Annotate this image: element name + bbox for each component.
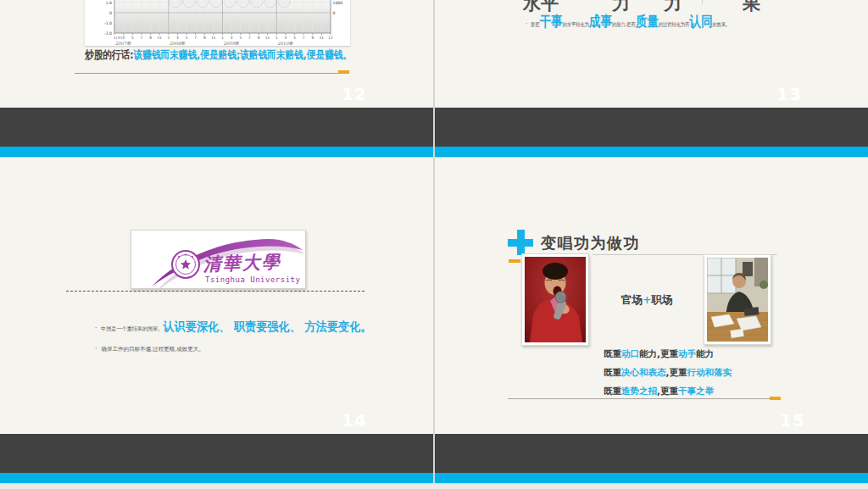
text-segment: 能力: [696, 348, 714, 358]
slide-page-13[interactable]: 水平力力果 ·要把干事的水平转化为成事的能力,把有质量的过程转化为有认同的效果。…: [435, 0, 868, 157]
slide-footer-band: [0, 434, 433, 473]
text-segment: 既重: [604, 367, 621, 377]
slide13-page-number: 13: [776, 84, 802, 104]
slide-footer-stripe: [0, 473, 433, 483]
slide14-bullet-1: ·中国是一个重结果的国家。认识要深化、 职责要强化、 方法要变化。: [95, 319, 371, 336]
text-segment: 的过程转化为有: [659, 21, 689, 28]
x-tick-label: 5: [186, 36, 188, 40]
slide-footer-band: [0, 108, 433, 147]
tsinghua-logo-svg: 清華大學 Tsinghua University: [131, 231, 305, 288]
slide12-orange-dash: [338, 70, 349, 74]
y-tick-label-right: 0: [333, 11, 336, 15]
slide-page-15[interactable]: 变唱功为做功: [435, 158, 868, 483]
text-segment: 行动和落实: [687, 367, 732, 377]
slide14-page-number: 14: [342, 410, 367, 431]
y-tick-label-right: 1000: [333, 1, 343, 5]
slide15-line-1: 既重动口能力,更重动手能力: [604, 348, 714, 360]
logo-seal-dot: [192, 256, 193, 258]
slide13-bullet: ·要把干事的水平转化为成事的能力,把有质量的过程转化为有认同的效果。: [526, 13, 730, 34]
text-segment: 认同: [689, 13, 712, 30]
cut-heading-char: 果: [743, 0, 760, 15]
x-tick-label: 11: [211, 36, 216, 40]
text-segment: 的能力,把有: [612, 21, 636, 28]
slide12-page-number: 12: [342, 84, 367, 104]
x-tick-label: 9: [203, 36, 206, 40]
slide13-bullet-text: 要把干事的水平转化为成事的能力,把有质量的过程转化为有认同的效果。: [531, 14, 730, 30]
x-tick-label: 11: [265, 36, 270, 40]
text-segment: 的水平转化为: [563, 21, 589, 28]
x-tick-label: 3: [122, 36, 125, 40]
x-tick-label: 9: [311, 36, 314, 40]
shelf-object: [743, 262, 753, 276]
text-segment: +: [643, 293, 651, 306]
year-label: 2010年: [277, 41, 293, 46]
slide-footer-band: [435, 434, 868, 473]
slide-footer-stripe: [435, 473, 868, 483]
text-segment: 干事之举: [678, 386, 714, 396]
plus-icon: [508, 230, 533, 255]
slide15-line-3: 既重造势之招,更重干事之举: [604, 386, 714, 397]
year-label: 2007年: [115, 41, 131, 46]
slide-footer-stripe: [435, 147, 868, 157]
text-segment: 的效果。: [713, 21, 731, 28]
x-tick-label: 7: [248, 36, 251, 40]
x-tick-label: 3: [285, 36, 287, 40]
slide15-orange-underline: [509, 259, 520, 263]
singer-photo: [521, 253, 589, 346]
slide-page-14[interactable]: 清華大學 Tsinghua University ·中国是一个重结果的国家。认识…: [0, 158, 433, 483]
text-segment: 职场: [651, 293, 672, 306]
bullet-dot: ·: [526, 20, 527, 28]
x-tick-label: 3: [176, 36, 179, 40]
text-segment: 中国是一个重结果的国家。: [101, 325, 163, 332]
y-tick-label-left: 1.0: [106, 1, 112, 5]
x-tick-label: 9: [149, 36, 152, 40]
year-label: 2008年: [170, 41, 186, 46]
text-segment: 确保工作的目标不偏,过程更顺,成效更大。: [102, 346, 204, 353]
text-segment: 官场: [621, 293, 643, 306]
text-segment: 要把: [531, 21, 539, 28]
slide-page-12[interactable]: 1(月)357911135791113579111357911121.00-1.…: [0, 0, 433, 157]
plant: [760, 281, 768, 289]
bullet-dot: ·: [95, 345, 97, 353]
x-tick-label: 7: [303, 36, 305, 40]
x-tick-label: 1: [221, 36, 224, 40]
bullet-dot: ·: [95, 325, 97, 332]
text-segment: 造势之招: [621, 386, 657, 396]
x-tick-label: 1: [275, 36, 278, 40]
x-tick-label: 7: [141, 36, 143, 40]
hair: [542, 263, 568, 280]
text-segment: 既重: [604, 348, 621, 358]
text-segment: 成事: [589, 13, 612, 30]
slide15-orange-dash: [770, 397, 781, 400]
text-segment: ,更重: [657, 386, 678, 396]
slide12-caption: 炒股的行话:该赚钱而末赚钱,便是赔钱;该赔钱而末赔钱,便是赚钱。: [85, 47, 352, 63]
x-tick-label: 1(月): [114, 36, 123, 40]
x-tick-label: 5: [131, 36, 134, 40]
worker-photo: [704, 254, 771, 345]
plus-icon-horizontal-bar: [508, 239, 533, 247]
slide14-bullet2-text: 确保工作的目标不偏,过程更顺,成效更大。: [102, 347, 204, 352]
text-segment: 该赚钱而末赚钱,便是赔钱;该赔钱而末赔钱,便是赚钱。: [134, 48, 353, 61]
y-tick-label-left: -2.0: [104, 31, 112, 36]
slide13-heading-divider: [702, 0, 703, 4]
slide14-bullet1-text: 中国是一个重结果的国家。认识要深化、 职责要强化、 方法要变化。: [101, 318, 371, 334]
x-tick-label: 11: [320, 36, 325, 40]
slide12-horizontal-rule: [75, 73, 348, 74]
text-segment: 炒股的行话:: [85, 48, 134, 61]
slide14-dashed-line: [66, 291, 364, 292]
logo-seal-dot: [185, 254, 186, 256]
x-tick-label: 11: [157, 36, 162, 40]
x-tick-label: 5: [239, 36, 242, 40]
slide15-line-2: 既重决心和表态,更重行动和落实: [604, 367, 732, 379]
text-segment: ,更重: [666, 367, 687, 377]
text-segment: 既重: [604, 386, 621, 396]
slide15-title: 变唱功为做功: [541, 233, 640, 253]
x-tick-label: 12: [328, 36, 333, 40]
slide-footer-stripe: [0, 147, 433, 157]
stock-chart-svg: 1(月)357911135791113579111357911121.00-1.…: [85, 0, 350, 46]
x-tick-label: 3: [231, 36, 233, 40]
slide-footer-band: [435, 108, 868, 147]
worker-photo-svg: [707, 258, 768, 342]
x-tick-label: 1: [167, 36, 170, 40]
tsinghua-logo: 清華大學 Tsinghua University: [131, 230, 306, 289]
